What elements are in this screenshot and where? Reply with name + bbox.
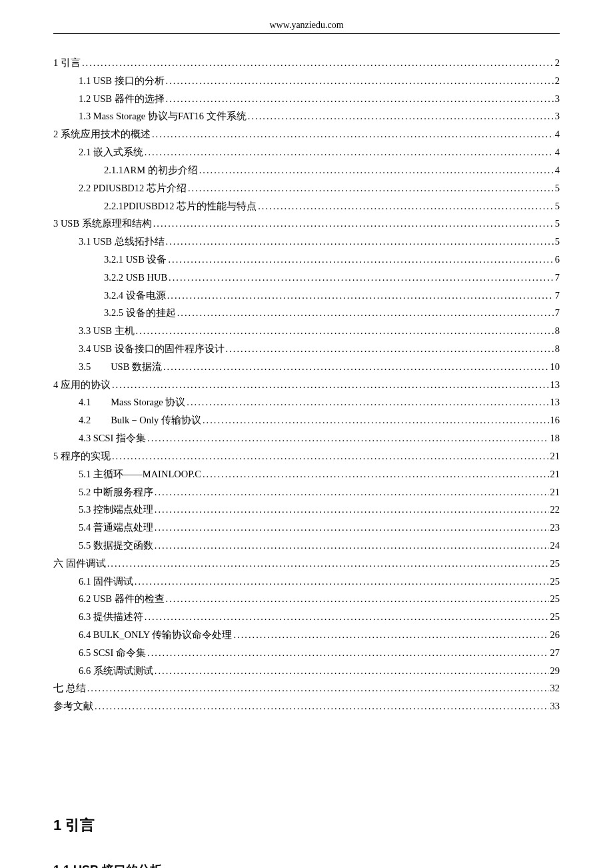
toc-leader-dots — [155, 483, 549, 501]
toc-entry-page: 13 — [550, 393, 560, 411]
toc-entry[interactable]: 5.5 数据提交函数24 — [53, 537, 560, 555]
toc-entry-title: 1.3 Mass Storage 协议与FAT16 文件系统 — [79, 107, 247, 125]
toc-entry-title: 2.2.1PDIUSBD12 芯片的性能与特点 — [104, 197, 257, 215]
toc-entry-title: 3.2.2 USB HUB — [104, 269, 167, 287]
toc-entry[interactable]: 参考文献33 — [53, 697, 560, 715]
toc-entry[interactable]: 5 程序的实现21 — [53, 447, 560, 465]
toc-leader-dots — [153, 215, 554, 233]
toc-entry-page: 8 — [555, 340, 560, 358]
toc-entry[interactable]: 6.3 提供描述符25 — [53, 608, 560, 626]
toc-entry[interactable]: 6.6 系统调试测试29 — [53, 662, 560, 680]
toc-entry[interactable]: 3.4 USB 设备接口的固件程序设计8 — [53, 340, 560, 358]
toc-entry-title: 3.1 USB 总线拓扑结 — [79, 233, 165, 251]
toc-entry-page: 4 — [555, 125, 560, 143]
toc-entry-page: 18 — [550, 429, 560, 447]
toc-entry-title: 6.2 USB 器件的检查 — [79, 590, 165, 608]
toc-entry[interactable]: 2.1 嵌入式系统4 — [53, 143, 560, 161]
toc-entry-page: 25 — [550, 555, 560, 573]
toc-leader-dots — [145, 143, 554, 161]
toc-entry-page: 3 — [555, 107, 560, 125]
toc-entry[interactable]: 3.3 USB 主机8 — [53, 322, 560, 340]
toc-entry-title: 1.2 USB 器件的选择 — [79, 90, 165, 108]
toc-entry[interactable]: 5.2 中断服务程序21 — [53, 483, 560, 501]
toc-entry-page: 22 — [550, 501, 560, 519]
toc-entry-title: 参考文献 — [53, 697, 93, 715]
toc-entry-title: 2.1.1ARM 的初步介绍 — [104, 161, 198, 179]
toc-leader-dots — [155, 537, 549, 555]
toc-leader-dots — [169, 269, 554, 287]
toc-entry[interactable]: 5.3 控制端点处理22 — [53, 501, 560, 519]
toc-entry[interactable]: 3.1 USB 总线拓扑结5 — [53, 233, 560, 251]
toc-entry-title: 5.5 数据提交函数 — [79, 537, 153, 555]
toc-entry[interactable]: 5.4 普通端点处理23 — [53, 519, 560, 537]
toc-leader-dots — [166, 72, 554, 90]
toc-entry[interactable]: 4.2 Bulk－Only 传输协议16 — [53, 411, 560, 429]
toc-entry-title: 七 总结 — [53, 679, 86, 697]
toc-leader-dots — [258, 197, 554, 215]
toc-entry-title: 3.2.4 设备电源 — [104, 287, 166, 305]
toc-leader-dots — [145, 608, 549, 626]
toc-entry[interactable]: 3.2.5 设备的挂起7 — [53, 304, 560, 322]
toc-leader-dots — [107, 555, 549, 573]
toc-entry[interactable]: 3 USB 系统原理和结构5 — [53, 215, 560, 233]
toc-entry-title: 3.4 USB 设备接口的固件程序设计 — [79, 340, 225, 358]
toc-entry-title: 5.3 控制端点处理 — [79, 501, 153, 519]
toc-entry[interactable]: 6.4 BULK_ONLY 传输协议命令处理26 — [53, 626, 560, 644]
toc-entry[interactable]: 3.5 USB 数据流10 — [53, 358, 560, 376]
toc-entry-title: 3.5 USB 数据流 — [79, 358, 162, 376]
toc-entry-title: 5.1 主循环——MAINLOOP.C — [79, 465, 201, 483]
toc-entry-title: 6.5 SCSI 命令集 — [79, 644, 146, 662]
toc-leader-dots — [203, 465, 549, 483]
toc-entry[interactable]: 4.1 Mass Storage 协议13 — [53, 393, 560, 411]
toc-entry-title: 1.1 USB 接口的分析 — [79, 72, 165, 90]
toc-entry[interactable]: 1.3 Mass Storage 协议与FAT16 文件系统3 — [53, 107, 560, 125]
toc-leader-dots — [226, 340, 554, 358]
toc-leader-dots — [233, 626, 548, 644]
toc-leader-dots — [112, 376, 549, 394]
toc-entry-page: 4 — [555, 161, 560, 179]
toc-entry[interactable]: 4 应用的协议13 — [53, 376, 560, 394]
toc-entry-page: 6 — [555, 251, 560, 269]
toc-entry-page: 23 — [550, 519, 560, 537]
toc-entry-title: 4.1 Mass Storage 协议 — [79, 393, 185, 411]
toc-entry[interactable]: 2.2 PDIUSBD12 芯片介绍5 — [53, 179, 560, 197]
toc-entry-page: 26 — [550, 626, 560, 644]
toc-entry[interactable]: 1.2 USB 器件的选择3 — [53, 90, 560, 108]
toc-entry-page: 7 — [555, 304, 560, 322]
toc-entry-page: 25 — [550, 608, 560, 626]
toc-entry-page: 5 — [555, 197, 560, 215]
toc-entry[interactable]: 6.1 固件调试25 — [53, 573, 560, 591]
toc-entry[interactable]: 5.1 主循环——MAINLOOP.C21 — [53, 465, 560, 483]
toc-entry[interactable]: 6.2 USB 器件的检查25 — [53, 590, 560, 608]
toc-entry-page: 24 — [550, 537, 560, 555]
toc-entry[interactable]: 3.2.4 设备电源7 — [53, 287, 560, 305]
toc-entry-page: 32 — [550, 679, 560, 697]
toc-entry[interactable]: 4.3 SCSI 指令集18 — [53, 429, 560, 447]
header-divider — [53, 33, 560, 34]
toc-entry[interactable]: 6.5 SCSI 命令集27 — [53, 644, 560, 662]
toc-entry-title: 6.6 系统调试测试 — [79, 662, 153, 680]
toc-entry-page: 4 — [555, 143, 560, 161]
toc-entry[interactable]: 3.2.1 USB 设备6 — [53, 251, 560, 269]
toc-entry-title: 6.1 固件调试 — [79, 573, 133, 591]
toc-entry-title: 3.2.1 USB 设备 — [104, 251, 167, 269]
toc-leader-dots — [136, 322, 554, 340]
toc-entry[interactable]: 1 引言2 — [53, 54, 560, 72]
toc-entry[interactable]: 2.2.1PDIUSBD12 芯片的性能与特点5 — [53, 197, 560, 215]
toc-leader-dots — [112, 447, 549, 465]
toc-entry[interactable]: 3.2.2 USB HUB7 — [53, 269, 560, 287]
toc-entry-page: 2 — [555, 54, 560, 72]
toc-leader-dots — [135, 573, 549, 591]
toc-entry[interactable]: 2 系统应用技术的概述4 — [53, 125, 560, 143]
toc-entry[interactable]: 六 固件调试25 — [53, 555, 560, 573]
toc-leader-dots — [168, 251, 553, 269]
toc-entry-title: 3 USB 系统原理和结构 — [53, 215, 152, 233]
toc-entry-page: 25 — [550, 590, 560, 608]
toc-entry[interactable]: 1.1 USB 接口的分析2 — [53, 72, 560, 90]
toc-entry-page: 16 — [550, 411, 560, 429]
toc-entry[interactable]: 2.1.1ARM 的初步介绍4 — [53, 161, 560, 179]
toc-leader-dots — [187, 393, 548, 411]
toc-leader-dots — [152, 125, 554, 143]
toc-entry[interactable]: 七 总结32 — [53, 679, 560, 697]
toc-entry-title: 6.3 提供描述符 — [79, 608, 143, 626]
